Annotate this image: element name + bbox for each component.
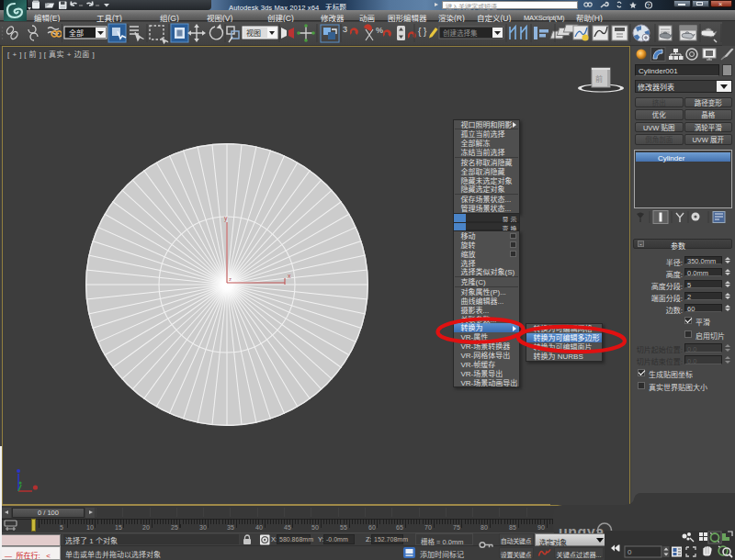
svg-text:3: 3 xyxy=(343,25,347,34)
svg-text:x: x xyxy=(288,273,291,279)
svg-text:创建选择集: 创建选择集 xyxy=(443,28,478,38)
svg-text:y: y xyxy=(224,215,228,222)
svg-text:{: { xyxy=(418,27,422,37)
svg-text:全部: 全部 xyxy=(69,28,84,38)
svg-text:前: 前 xyxy=(595,73,603,84)
svg-text:z: z xyxy=(229,276,232,282)
svg-text:0: 0 xyxy=(628,548,632,556)
svg-text:视图: 视图 xyxy=(246,28,261,38)
svg-text:}: } xyxy=(424,27,427,37)
svg-text:%: % xyxy=(376,26,383,35)
